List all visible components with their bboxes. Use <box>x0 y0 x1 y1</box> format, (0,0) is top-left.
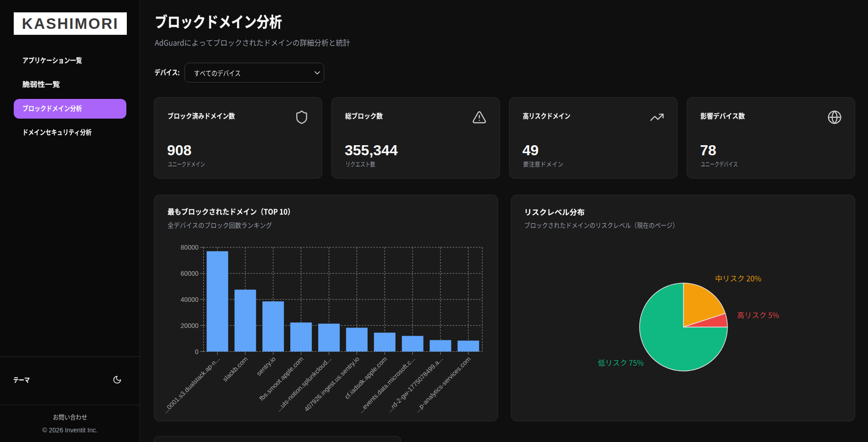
svg-text:60000: 60000 <box>181 270 199 277</box>
svg-text:...rd-2-gw-1775078499.a...: ...rd-2-gw-1775078499.a... <box>385 355 444 414</box>
svg-text:20000: 20000 <box>181 322 199 329</box>
svg-text:...p-analytics-services.com: ...p-analytics-services.com <box>413 355 472 414</box>
svg-text:sentry.io: sentry.io <box>255 355 277 377</box>
svg-text:...uts-notion.splunkcloud...: ...uts-notion.splunkcloud... <box>275 355 332 413</box>
svg-text:slackb.com: slackb.com <box>221 355 249 383</box>
svg-text:...events.data.microsoft.c...: ...events.data.microsoft.c... <box>357 355 417 415</box>
svg-text:407926.ingest.us.sentry.io: 407926.ingest.us.sentry.io <box>303 355 360 413</box>
svg-text:0: 0 <box>195 348 199 355</box>
svg-text:...0001.s3.dualstack.ap-n...: ...0001.s3.dualstack.ap-n... <box>162 355 221 415</box>
svg-text:80000: 80000 <box>181 244 199 251</box>
svg-text:40000: 40000 <box>181 296 199 303</box>
